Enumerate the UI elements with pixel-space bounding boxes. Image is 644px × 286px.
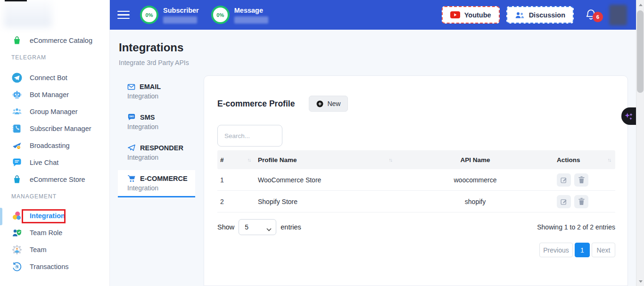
page-size-select[interactable]: 5 [239,219,276,235]
youtube-button[interactable]: Youtube [442,6,500,24]
sidebar-item-group-manager[interactable]: Group Manager [0,103,109,120]
robot-icon [11,89,23,100]
new-profile-button-label: New [327,100,340,107]
vertical-scrollbar[interactable] [636,0,644,286]
color-circles-icon [11,210,23,221]
column-header-actions[interactable]: Actions [557,156,580,163]
show-label: Show [217,223,234,231]
column-header-num[interactable]: # [220,156,224,163]
sidebar-item-connect-bot[interactable]: Connect Bot [0,69,109,86]
subnav-item-sub: Integration [127,92,195,100]
sidebar-item-subscriber-manager[interactable]: Subscriber Manager [0,120,109,137]
column-header-api-name[interactable]: API Name [460,156,490,163]
entries-label: entries [281,223,301,231]
new-profile-button[interactable]: New [309,96,348,112]
message-stat-label: Message [234,7,268,14]
table-header-row: # ↑↓ Profile Name ↑↓ API Name Actions ↑↓ [217,150,615,169]
panel-title: E-commerce Profile [217,99,295,109]
message-stat-value-redacted [234,16,268,24]
previous-page-button[interactable]: Previous [539,243,573,257]
subscriber-stat-label: Subscriber [163,7,199,14]
paper-plane-icon [127,144,136,152]
sparkles-icon [624,111,633,121]
user-avatar[interactable] [609,5,627,25]
top-header: 0% Subscriber 0% Message Youtube Discuss… [110,0,644,30]
scrollbar-thumb[interactable] [637,10,644,93]
sidebar-item-transactions[interactable]: Transactions [0,258,109,275]
edit-button[interactable] [557,195,571,208]
annotation-red-box [22,209,66,223]
page-subtitle: Integrate 3rd Party APIs [119,59,189,66]
person-shield-check-icon [11,227,23,238]
broadcast-send-icon [11,140,23,151]
row-api-name: woocommerce [396,176,554,184]
sidebar-item-ecommerce-catalog[interactable]: eCommerce Catalog [0,32,109,49]
app-logo[interactable] [4,0,52,27]
youtube-icon [450,11,460,18]
sidebar-item-label: Bot Manager [30,91,69,98]
edit-icon [560,176,568,184]
delete-button[interactable] [574,195,588,208]
telegram-plane-icon [11,72,23,83]
showing-entries-text: Showing 1 to 2 of 2 entries [537,223,615,231]
shopping-bag-blue-icon [11,174,23,185]
subnav-responder-integration[interactable]: RESPONDER Integration [118,139,195,165]
edit-button[interactable] [557,173,571,187]
row-num: 1 [217,176,255,184]
svg-text:SMS: SMS [129,115,134,118]
page-1-button[interactable]: 1 [575,243,590,257]
sidebar-item-team[interactable]: Team [0,241,109,258]
subnav-sms-integration[interactable]: SMS SMS Integration [118,109,195,135]
subscriber-stat-value-redacted [163,16,197,24]
subnav-item-sub: Integration [127,184,195,192]
ai-assistant-fab[interactable] [621,107,636,125]
row-api-name: shopify [396,198,554,205]
scrollbar-down-arrow[interactable] [636,278,644,285]
sidebar-item-label: Team Role [30,229,62,237]
table-row: 2 Shopify Store shopify [217,191,615,212]
plus-circle-icon [316,100,323,107]
main-content: Integrations Integrate 3rd Party APIs EM… [110,30,644,286]
sidebar-item-team-role[interactable]: Team Role [0,224,109,241]
notifications-button[interactable]: 6 [585,8,597,21]
logo-top-bar [5,0,27,1]
subnav-item-sub: Integration [127,154,195,161]
sort-icon: ↑↓ [608,157,613,163]
sidebar-item-broadcasting[interactable]: Broadcasting [0,137,109,154]
edit-icon [560,198,568,205]
scrollbar-up-arrow[interactable] [636,1,644,8]
subnav-item-name: EMAIL [140,83,161,90]
search-input[interactable] [217,125,282,147]
hamburger-menu-icon[interactable] [117,11,130,19]
contact-book-phone-icon [11,123,23,134]
next-page-button[interactable]: Next [592,243,615,257]
sidebar-item-label: eCommerce Catalog [30,37,92,44]
ecommerce-profile-card: E-commerce Profile New # ↑↓ Profile Name… [204,75,628,286]
delete-button[interactable] [574,173,588,187]
sidebar-item-bot-manager[interactable]: Bot Manager [0,86,109,103]
sidebar-section-management: MANAGEMENT [0,188,109,205]
pagination: Previous 1 Next [217,243,615,257]
message-progress-ring: 0% [211,6,230,24]
history-clock-icon [11,261,23,272]
subscriber-progress-ring: 0% [140,6,158,24]
trash-icon [578,176,585,184]
sidebar: eCommerce Catalog TELEGRAM Connect Bot B… [0,0,110,286]
subnav-item-name: E-COMMERCE [140,175,188,182]
discussion-button[interactable]: Discussion [506,6,574,24]
active-item-indicator [0,208,2,225]
sidebar-item-ecommerce-store[interactable]: eCommerce Store [0,171,109,188]
sidebar-item-label: Connect Bot [30,74,67,82]
shopping-bag-green-icon [11,35,23,46]
column-header-profile-name[interactable]: Profile Name [258,156,297,163]
subnav-ecommerce-integration[interactable]: E-COMMERCE Integration [118,170,195,197]
youtube-button-label: Youtube [464,11,491,19]
sidebar-section-telegram: TELEGRAM [0,49,109,66]
shopping-cart-icon [127,174,136,182]
sidebar-item-live-chat[interactable]: Live Chat [0,154,109,171]
chat-bubble-icon [11,157,23,168]
sidebar-item-label: Transactions [30,263,68,270]
subnav-email-integration[interactable]: EMAIL Integration [118,79,195,104]
sidebar-item-label: Group Manager [30,108,78,115]
sidebar-item-label: Broadcasting [30,142,70,149]
